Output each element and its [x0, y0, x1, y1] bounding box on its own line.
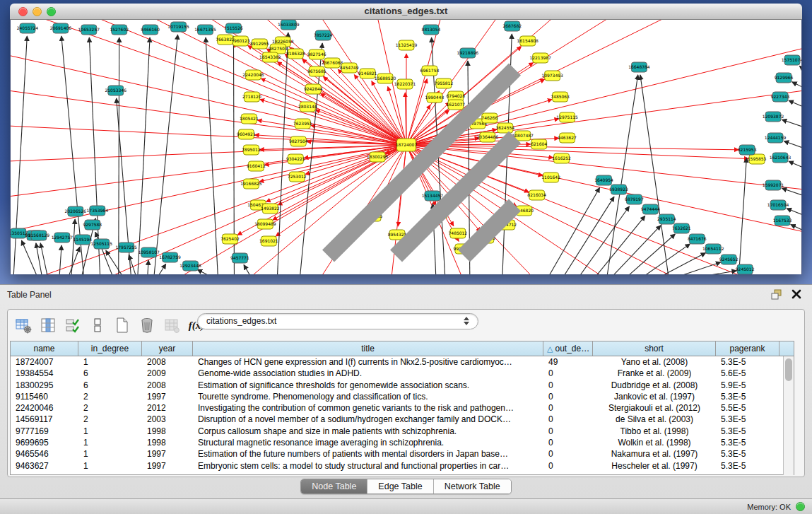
- hide-rows-button[interactable]: [88, 315, 107, 335]
- table-cell: 1997: [142, 448, 193, 460]
- import-table-icon: [163, 317, 180, 334]
- table-row[interactable]: 911546021997Tourette syndrome. Phenomeno…: [11, 391, 794, 402]
- table-cell: 1998: [142, 437, 193, 448]
- select-all-check-icon: [64, 317, 81, 334]
- table-cell: Changes of HCN gene expression and I(f) …: [193, 356, 543, 368]
- tab-edge-table[interactable]: Edge Table: [367, 479, 433, 493]
- table-row[interactable]: 946362711997Embryonic stem cells: a mode…: [11, 460, 794, 472]
- table-cell: 14569117: [11, 414, 78, 425]
- table-row[interactable]: 977716911998Corpus callosum shape and si…: [11, 426, 794, 437]
- table-cell: 0: [543, 368, 593, 379]
- select-all-check-button[interactable]: [63, 315, 83, 335]
- new-table-button[interactable]: [112, 315, 132, 335]
- application-window: citations_edges.txt 18724007896012389129…: [0, 0, 812, 514]
- table-cell: 5.9E-5: [716, 380, 779, 391]
- memory-ok-indicator: [796, 502, 805, 511]
- table-cell: 18300295: [11, 380, 78, 391]
- table-cell: Hescheler et al. (1997): [593, 460, 716, 472]
- tab-network-table[interactable]: Network Table: [433, 479, 511, 493]
- tab-node-table[interactable]: Node Table: [301, 479, 367, 493]
- status-bar: Memory: OK: [0, 498, 812, 514]
- column-header-out_de[interactable]: △out_de…: [543, 341, 593, 356]
- table-panel-body: f(x) citations_edges.txt namein_degreeye…: [7, 309, 805, 477]
- table-tabs-row: Node Table Edge Table Network Table: [0, 479, 812, 494]
- table-cell: 5.3E-5: [716, 426, 779, 437]
- table-settings-button[interactable]: [13, 315, 33, 335]
- table-cell: Embryonic stem cells: a model to study s…: [193, 460, 543, 472]
- table-panel: Table Panel: [0, 284, 812, 498]
- table-cell: 18724007: [11, 356, 78, 368]
- import-table-button[interactable]: [162, 315, 182, 335]
- table-cell: 9463627: [11, 460, 78, 472]
- show-columns-button[interactable]: [38, 315, 58, 335]
- show-columns-icon: [40, 317, 57, 334]
- table-cell: 2: [78, 402, 142, 414]
- table-row[interactable]: 1830029562008Estimation of significance …: [11, 380, 794, 391]
- table-cell: 5.5E-5: [716, 402, 779, 414]
- table-cell: Corpus callosum shape and size in male p…: [193, 426, 543, 437]
- table-cell: 5.3E-5: [716, 460, 779, 472]
- table-row[interactable]: 969969511998Structural magnetic resonanc…: [11, 437, 794, 448]
- window-title: citations_edges.txt: [10, 6, 802, 16]
- table-cell: Structural magnetic resonance image aver…: [193, 437, 543, 448]
- table-panel-title: Table Panel: [7, 290, 52, 300]
- table-cell: 2008: [142, 380, 193, 391]
- dropdown-stepper-icon: [464, 317, 469, 325]
- column-header-short[interactable]: short: [593, 341, 716, 356]
- table-select-dropdown[interactable]: citations_edges.txt: [197, 313, 478, 329]
- delete-table-button[interactable]: [137, 315, 157, 335]
- table-cell: 0: [543, 437, 593, 448]
- table-header-row: namein_degreeyeartitle△out_de…shortpager…: [11, 341, 794, 356]
- table-cell: 6: [78, 380, 142, 391]
- table-row[interactable]: 2242004622012Investigating the contribut…: [11, 402, 794, 414]
- table-cell: 1998: [142, 426, 193, 437]
- window-titlebar[interactable]: citations_edges.txt: [10, 4, 802, 20]
- table-cell: 1: [78, 437, 142, 448]
- table-row[interactable]: 946554611997Estimation of the future num…: [11, 448, 794, 460]
- table-type-segmented-control: Node Table Edge Table Network Table: [300, 479, 511, 494]
- hide-rows-icon: [89, 317, 106, 334]
- table-cell: 5.3E-5: [716, 448, 779, 460]
- scrollbar-thumb[interactable]: [785, 358, 792, 381]
- column-header-in_degree[interactable]: in_degree: [78, 341, 142, 356]
- float-window-icon[interactable]: [771, 289, 784, 300]
- table-cell: Tibbo et al. (1998): [593, 426, 716, 437]
- trash-icon: [139, 317, 155, 334]
- dropdown-selected-value: citations_edges.txt: [206, 316, 276, 326]
- network-canvas[interactable]: 1872400789601238912955182260589827503165…: [10, 20, 802, 274]
- table-cell: 2012: [142, 402, 193, 414]
- table-cell: 0: [543, 426, 593, 437]
- table-cell: Stergiakouli et al. (2012): [593, 402, 716, 414]
- table-cell: 22420046: [11, 402, 78, 414]
- table-cell: 0: [543, 391, 593, 402]
- table-cell: 0: [543, 460, 593, 472]
- window-resize-grip[interactable]: [10, 20, 800, 273]
- table-cell: de Silva et al. (2003): [593, 414, 716, 425]
- table-cell: 1: [78, 460, 142, 472]
- column-header-name[interactable]: name: [11, 341, 78, 356]
- memory-status-label: Memory: OK: [747, 503, 791, 511]
- table-cell: 9465546: [11, 448, 78, 460]
- column-header-year[interactable]: year: [142, 341, 193, 356]
- table-cell: 1997: [142, 391, 193, 402]
- table-panel-header: Table Panel: [0, 285, 812, 306]
- column-header-pagerank[interactable]: pagerank: [716, 341, 779, 356]
- table-cell: Estimation of the future numbers of pati…: [193, 448, 543, 460]
- table-row[interactable]: 1938455462009Genome-wide association stu…: [11, 368, 794, 379]
- column-header-title[interactable]: title: [193, 341, 543, 356]
- close-panel-icon[interactable]: [791, 288, 802, 300]
- table-cell: 9777169: [11, 426, 78, 437]
- table-cell: Genome-wide association studies in ADHD.: [193, 368, 543, 379]
- table-cell: Investigating the contribution of common…: [193, 402, 543, 414]
- vertical-scrollbar[interactable]: [783, 356, 794, 475]
- table-cell: 1997: [142, 460, 193, 472]
- table-cell: 2: [78, 391, 142, 402]
- table-row[interactable]: 1456911722003Disruption of a novel membe…: [11, 414, 794, 425]
- table-cell: 5.3E-5: [716, 437, 779, 448]
- table-cell: 9699695: [11, 437, 78, 448]
- table-cell: 1: [78, 356, 142, 368]
- table-cell: 2009: [142, 368, 193, 379]
- table-cell: 0: [543, 414, 593, 425]
- new-document-icon: [114, 317, 131, 334]
- table-row[interactable]: 1872400712008Changes of HCN gene express…: [11, 356, 794, 368]
